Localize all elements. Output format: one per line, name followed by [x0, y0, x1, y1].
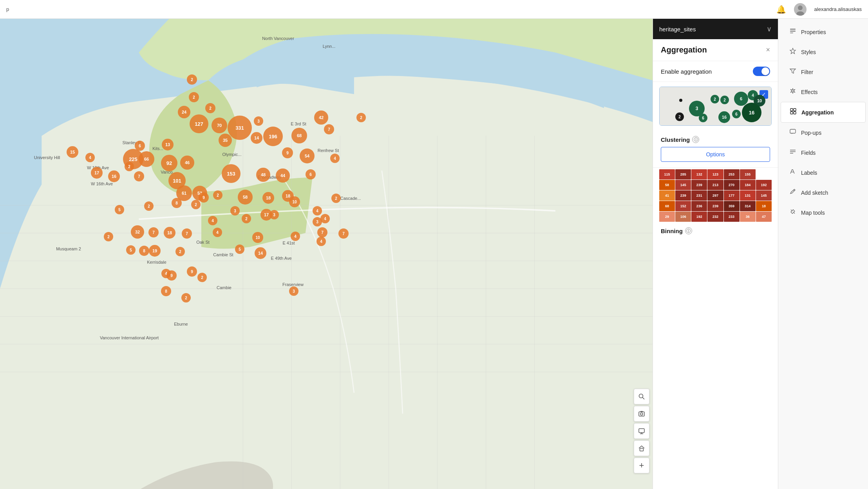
map-marker[interactable]: 2	[104, 232, 113, 241]
aggregation-close-button[interactable]: ×	[766, 46, 770, 54]
svg-rect-28	[790, 31, 796, 32]
map-marker[interactable]: 10	[252, 232, 263, 243]
map-marker[interactable]: 7	[134, 171, 144, 181]
map-marker[interactable]: 16	[108, 170, 120, 182]
search-button[interactable]	[634, 389, 649, 404]
map-marker[interactable]: 58	[238, 190, 253, 205]
map-marker[interactable]: 66	[139, 151, 154, 167]
map-marker[interactable]: 15	[67, 146, 78, 158]
map-marker[interactable]: 127	[190, 114, 208, 133]
map-marker[interactable]: 2	[331, 194, 341, 203]
sidebar-item-map-tools[interactable]: Map tools	[781, 203, 866, 223]
map-marker[interactable]: 5	[115, 205, 124, 214]
map-marker[interactable]: 2	[181, 293, 191, 302]
map-marker[interactable]: 32	[131, 225, 144, 239]
home-button[interactable]	[634, 440, 649, 456]
aggregation-toggle[interactable]	[753, 67, 770, 76]
map-marker[interactable]: 18	[262, 192, 274, 204]
monitor-button[interactable]	[634, 423, 649, 439]
map-marker[interactable]: 8	[139, 246, 149, 256]
map-area[interactable]: North VancouverStanley P...Vanco...Unive…	[0, 19, 653, 489]
map-marker[interactable]: 48	[256, 168, 270, 182]
map-marker[interactable]: 4	[85, 153, 95, 162]
map-marker[interactable]: 4	[208, 216, 217, 225]
avatar[interactable]	[794, 3, 807, 16]
map-marker[interactable]: 196	[263, 127, 283, 146]
map-marker[interactable]: 2	[189, 92, 199, 102]
map-marker[interactable]: 7	[317, 227, 327, 237]
heatmap-cell: 239	[675, 190, 691, 201]
map-marker[interactable]: 9	[166, 270, 177, 281]
map-marker[interactable]: 44	[276, 168, 290, 183]
map-marker[interactable]: 46	[180, 156, 194, 170]
map-marker[interactable]: 19	[149, 245, 161, 257]
map-marker[interactable]: 13	[162, 139, 174, 150]
map-marker[interactable]: 4	[291, 232, 300, 241]
map-marker[interactable]: 8	[161, 286, 171, 296]
map-marker[interactable]: 153	[222, 164, 241, 183]
heatmap-cell: 58	[659, 180, 675, 190]
map-marker[interactable]: 2	[144, 201, 154, 211]
map-marker[interactable]: 4	[330, 154, 340, 163]
sidebar-item-effects[interactable]: Effects	[781, 82, 866, 102]
map-marker[interactable]: 17	[91, 167, 103, 179]
map-marker[interactable]: 4	[316, 237, 326, 246]
map-marker[interactable]: 14	[251, 132, 262, 144]
sidebar-item-styles[interactable]: Styles	[781, 42, 866, 62]
map-marker[interactable]: 7	[324, 124, 334, 134]
map-marker[interactable]: 92	[161, 155, 177, 171]
sidebar-item-popups[interactable]: Pop-ups	[781, 123, 866, 143]
options-button[interactable]: Options	[661, 147, 770, 162]
map-marker[interactable]: 14	[255, 247, 266, 259]
map-marker[interactable]: 18	[164, 227, 175, 239]
map-marker[interactable]: 3	[289, 286, 298, 296]
map-marker[interactable]: 3	[230, 206, 240, 216]
sidebar-item-properties[interactable]: Properties	[781, 22, 866, 42]
sidebar-item-fields[interactable]: Fields	[781, 143, 866, 163]
map-marker[interactable]: 54	[300, 149, 315, 163]
map-marker[interactable]: 4	[213, 228, 222, 237]
map-marker[interactable]: 24	[178, 106, 190, 118]
zoom-in-button[interactable]: +	[634, 458, 649, 473]
svg-rect-32	[790, 112, 793, 114]
map-marker[interactable]: 10	[289, 196, 300, 207]
bell-icon[interactable]: 🔔	[776, 5, 786, 14]
map-marker[interactable]: 3	[313, 217, 322, 226]
map-marker[interactable]: 68	[291, 128, 307, 143]
map-marker[interactable]: 9	[282, 147, 293, 158]
map-marker[interactable]: 2	[191, 200, 201, 209]
map-marker[interactable]: 2	[187, 74, 197, 85]
map-marker[interactable]: 331	[228, 116, 252, 140]
map-marker[interactable]: 9	[187, 266, 197, 277]
map-marker[interactable]: 2	[125, 162, 134, 171]
map-marker[interactable]: 9	[199, 192, 209, 203]
map-marker[interactable]: 5	[126, 245, 136, 255]
map-marker[interactable]: 5	[235, 244, 244, 254]
screenshot-button[interactable]	[634, 406, 649, 422]
map-marker[interactable]: 2	[197, 273, 207, 282]
map-marker[interactable]: 42	[314, 110, 328, 125]
map-marker[interactable]: 2	[175, 247, 185, 256]
binning-info-icon[interactable]: ⓘ	[685, 227, 692, 234]
sidebar-item-filter[interactable]: Filter	[781, 62, 866, 82]
panel-chevron[interactable]: ∨	[767, 25, 772, 33]
map-marker[interactable]: 8	[172, 198, 182, 208]
map-marker[interactable]: 7	[148, 227, 159, 237]
map-marker[interactable]: 7	[338, 228, 349, 239]
map-marker[interactable]: 6	[306, 169, 316, 179]
sidebar-item-aggregation[interactable]: Aggregation	[781, 102, 866, 123]
map-marker[interactable]: 2	[213, 190, 222, 200]
map-marker[interactable]: 4	[313, 206, 322, 216]
map-marker[interactable]: 3	[254, 116, 263, 126]
sidebar-item-add-sketch[interactable]: Add sketch	[781, 183, 866, 203]
sidebar-item-labels[interactable]: Labels	[781, 163, 866, 183]
heatmap-cell: 41	[659, 190, 675, 201]
map-marker[interactable]: 17	[260, 209, 272, 221]
map-marker[interactable]: 2	[205, 103, 215, 113]
map-marker[interactable]: 7	[182, 228, 192, 239]
map-marker[interactable]: 2	[356, 113, 366, 122]
map-marker[interactable]: 35	[219, 134, 232, 147]
map-marker[interactable]: 70	[212, 118, 227, 133]
clustering-info-icon[interactable]: ⓘ	[692, 136, 699, 143]
map-marker[interactable]: 2	[242, 214, 251, 223]
